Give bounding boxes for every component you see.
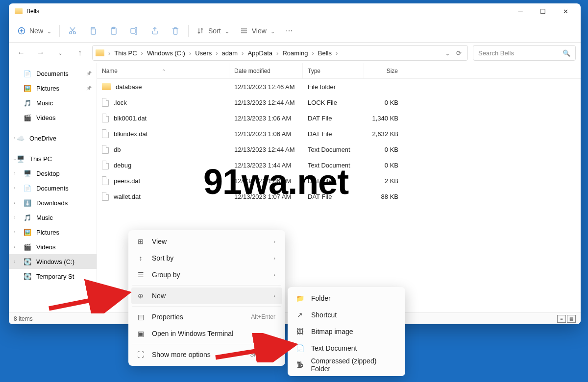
sidebar-videos[interactable]: 🎬Videos xyxy=(9,110,97,125)
bc-users[interactable]: Users xyxy=(193,49,214,57)
breadcrumb[interactable]: This PC Windows (C:) Users adam AppData … xyxy=(92,45,468,61)
column-headers: Name Date modified Type Size xyxy=(97,63,581,79)
col-name[interactable]: Name xyxy=(97,63,229,78)
file-icon xyxy=(102,114,109,122)
search-placeholder: Search Bells xyxy=(478,49,514,57)
window-title: Bells xyxy=(26,8,509,15)
sidebar-pictures[interactable]: 🖼️Pictures xyxy=(9,81,97,96)
file-row[interactable]: .lock12/13/2023 12:44 AMLOCK File0 KB xyxy=(97,95,581,110)
sidebar-music[interactable]: 🎵Music xyxy=(9,96,97,110)
refresh-icon[interactable]: ⟳ xyxy=(456,49,462,57)
bc-roaming[interactable]: Roaming xyxy=(280,49,310,57)
svg-rect-6 xyxy=(131,28,135,33)
ctx-view[interactable]: ⊞View› xyxy=(131,233,282,250)
sidebar-downloads[interactable]: ›⬇️Downloads xyxy=(9,195,97,210)
file-icon xyxy=(102,129,109,138)
ctx-properties[interactable]: ▤PropertiesAlt+Enter xyxy=(131,309,282,325)
search-input[interactable]: Search Bells 🔍 xyxy=(473,45,576,61)
view-button[interactable]: View xyxy=(235,23,280,39)
sub-shortcut[interactable]: ↗Shortcut xyxy=(291,307,402,323)
search-icon: 🔍 xyxy=(563,49,570,57)
col-size[interactable]: Size xyxy=(364,63,403,78)
minimize-button[interactable]: ─ xyxy=(509,3,532,19)
col-type[interactable]: Type xyxy=(303,63,364,78)
paste-button[interactable] xyxy=(104,22,123,40)
sort-button[interactable]: Sort xyxy=(192,23,234,39)
explorer-window: Bells ─ ☐ ✕ New Sort View ⋯ ← → xyxy=(9,3,581,324)
file-icon xyxy=(102,161,109,169)
rename-button[interactable] xyxy=(124,22,144,40)
bc-thispc[interactable]: This PC xyxy=(112,49,139,57)
sub-zip[interactable]: 🗜Compressed (zipped) Folder xyxy=(291,357,402,373)
view-label: View xyxy=(252,27,267,35)
ctx-new[interactable]: ⊕New› xyxy=(131,287,282,304)
sidebar-desktop[interactable]: ›🖥️Desktop xyxy=(9,166,97,181)
back-button[interactable]: ← xyxy=(14,46,28,60)
sidebar-windows-c[interactable]: ›💽Windows (C:) xyxy=(9,254,97,269)
icons-view-toggle[interactable]: ▦ xyxy=(567,315,576,323)
recent-button[interactable]: ⌄ xyxy=(53,46,68,60)
file-row[interactable]: db12/13/2023 12:44 AMText Document0 KB xyxy=(97,142,581,157)
copy-button[interactable] xyxy=(83,22,103,40)
bc-appdata[interactable]: AppData xyxy=(245,49,274,57)
bc-drive[interactable]: Windows (C:) xyxy=(145,49,187,57)
ctx-group[interactable]: ☰Group by› xyxy=(131,266,282,283)
sidebar-documents2[interactable]: ›📄Documents xyxy=(9,181,97,195)
bc-bells[interactable]: Bells xyxy=(316,49,334,57)
close-button[interactable]: ✕ xyxy=(554,3,577,19)
delete-button[interactable] xyxy=(166,22,185,40)
folder-icon xyxy=(15,8,23,14)
nav-row: ← → ⌄ ↑ This PC Windows (C:) Users adam … xyxy=(9,43,581,63)
new-button[interactable]: New xyxy=(13,23,56,39)
file-row[interactable]: blk0001.dat12/13/2023 1:06 AMDAT File1,3… xyxy=(97,110,581,126)
sub-text[interactable]: 📄Text Document xyxy=(291,340,402,357)
sort-indicator-icon xyxy=(162,68,166,74)
share-button[interactable] xyxy=(145,22,165,40)
cut-button[interactable] xyxy=(63,22,82,40)
ctx-terminal[interactable]: ▣Open in Windows Terminal xyxy=(131,325,282,342)
sidebar: 📄Documents 🖼️Pictures 🎵Music 🎬Videos ›☁️… xyxy=(9,63,97,312)
history-chevron-icon[interactable]: ⌄ xyxy=(445,49,450,57)
folder-icon xyxy=(96,49,104,56)
bc-user[interactable]: adam xyxy=(220,49,240,57)
col-date[interactable]: Date modified xyxy=(229,63,303,78)
svg-rect-3 xyxy=(91,29,96,34)
context-menu: ⊞View› ↕Sort by› ☰Group by› ⊕New› ▤Prope… xyxy=(128,230,285,366)
new-label: New xyxy=(29,27,43,35)
more-button[interactable]: ⋯ xyxy=(281,23,297,39)
file-row[interactable]: debug12/13/2023 1:44 AMText Document0 KB xyxy=(97,157,581,173)
svg-point-1 xyxy=(70,31,72,34)
file-icon xyxy=(102,176,109,185)
details-view-toggle[interactable]: ≡ xyxy=(557,315,566,323)
ctx-sort[interactable]: ↕Sort by› xyxy=(131,250,282,266)
forward-button[interactable]: → xyxy=(33,46,48,60)
folder-icon xyxy=(102,83,111,90)
up-button[interactable]: ↑ xyxy=(73,46,87,60)
svg-point-2 xyxy=(74,31,76,34)
sidebar-documents[interactable]: 📄Documents xyxy=(9,66,97,81)
sub-bitmap[interactable]: 🖼Bitmap image xyxy=(291,323,402,340)
file-icon xyxy=(102,98,109,107)
sub-folder[interactable]: 📁Folder xyxy=(291,290,402,307)
maximize-button[interactable]: ☐ xyxy=(532,3,554,19)
file-row[interactable]: blkindex.dat12/13/2023 1:06 AMDAT File2,… xyxy=(97,126,581,142)
sort-label: Sort xyxy=(208,27,221,35)
sidebar-onedrive[interactable]: ›☁️OneDrive xyxy=(9,131,97,145)
file-icon xyxy=(102,145,109,154)
item-count: 8 items xyxy=(14,315,33,322)
file-row[interactable]: wallet.dat12/13/2023 1:07 AMDAT File88 K… xyxy=(97,189,581,204)
file-row[interactable]: database12/13/2023 12:46 AMFile folder xyxy=(97,79,581,95)
new-submenu: 📁Folder ↗Shortcut 🖼Bitmap image 📄Text Do… xyxy=(288,287,405,376)
file-icon xyxy=(102,192,109,201)
sidebar-music2[interactable]: ›🎵Music xyxy=(9,210,97,225)
sidebar-thispc[interactable]: ⌄🖥️This PC xyxy=(9,151,97,166)
sidebar-videos2[interactable]: ›🎬Videos xyxy=(9,239,97,254)
titlebar: Bells ─ ☐ ✕ xyxy=(9,3,581,19)
ctx-more[interactable]: ⛶Show more optionsShift+F10 xyxy=(131,346,282,363)
sidebar-pictures2[interactable]: ›🖼️Pictures xyxy=(9,225,97,239)
sidebar-temporary[interactable]: 💽Temporary St xyxy=(9,269,97,284)
toolbar: New Sort View ⋯ xyxy=(9,19,581,43)
file-row[interactable]: peers.dat12/13/2023 1:06 AMDAT File2 KB xyxy=(97,173,581,189)
